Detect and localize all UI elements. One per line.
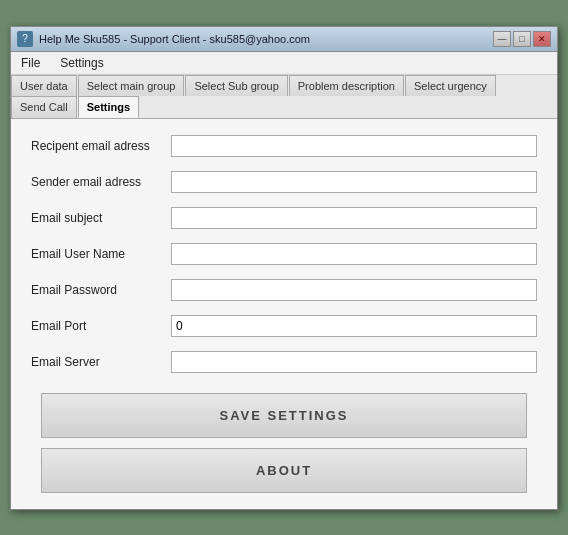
- email-username-row: Email User Name: [31, 243, 537, 265]
- maximize-button[interactable]: □: [513, 31, 531, 47]
- tab-settings[interactable]: Settings: [78, 96, 139, 118]
- recipient-email-input[interactable]: [171, 135, 537, 157]
- email-server-label: Email Server: [31, 355, 171, 369]
- sender-email-row: Sender email adress: [31, 171, 537, 193]
- app-icon: ?: [17, 31, 33, 47]
- email-password-row: Email Password: [31, 279, 537, 301]
- main-window: ? Help Me Sku585 - Support Client - sku5…: [10, 26, 558, 510]
- tab-send-call[interactable]: Send Call: [11, 96, 77, 118]
- email-server-row: Email Server: [31, 351, 537, 373]
- email-username-label: Email User Name: [31, 247, 171, 261]
- tab-main-group[interactable]: Select main group: [78, 75, 185, 96]
- tab-problem-description[interactable]: Problem description: [289, 75, 404, 96]
- email-password-input[interactable]: [171, 279, 537, 301]
- sender-email-input[interactable]: [171, 171, 537, 193]
- email-subject-label: Email subject: [31, 211, 171, 225]
- menu-bar: File Settings: [11, 52, 557, 75]
- close-button[interactable]: ✕: [533, 31, 551, 47]
- email-subject-row: Email subject: [31, 207, 537, 229]
- email-subject-input[interactable]: [171, 207, 537, 229]
- window-controls: — □ ✕: [493, 31, 551, 47]
- tab-bar: User data Select main group Select Sub g…: [11, 75, 557, 119]
- email-server-input[interactable]: [171, 351, 537, 373]
- title-bar-left: ? Help Me Sku585 - Support Client - sku5…: [17, 31, 310, 47]
- save-settings-button[interactable]: SAVE SETTINGS: [41, 393, 527, 438]
- email-port-label: Email Port: [31, 319, 171, 333]
- email-password-label: Email Password: [31, 283, 171, 297]
- menu-file[interactable]: File: [15, 54, 46, 72]
- recipient-email-row: Recipent email adress: [31, 135, 537, 157]
- tab-urgency[interactable]: Select urgency: [405, 75, 496, 96]
- menu-settings[interactable]: Settings: [54, 54, 109, 72]
- title-bar: ? Help Me Sku585 - Support Client - sku5…: [11, 27, 557, 52]
- action-buttons: SAVE SETTINGS ABOUT: [31, 393, 537, 493]
- window-title: Help Me Sku585 - Support Client - sku585…: [39, 33, 310, 45]
- email-port-row: Email Port: [31, 315, 537, 337]
- settings-panel: Recipent email adress Sender email adres…: [11, 119, 557, 509]
- sender-email-label: Sender email adress: [31, 175, 171, 189]
- minimize-button[interactable]: —: [493, 31, 511, 47]
- email-port-input[interactable]: [171, 315, 537, 337]
- email-username-input[interactable]: [171, 243, 537, 265]
- tab-user-data[interactable]: User data: [11, 75, 77, 96]
- tab-sub-group[interactable]: Select Sub group: [185, 75, 287, 96]
- about-button[interactable]: ABOUT: [41, 448, 527, 493]
- recipient-email-label: Recipent email adress: [31, 139, 171, 153]
